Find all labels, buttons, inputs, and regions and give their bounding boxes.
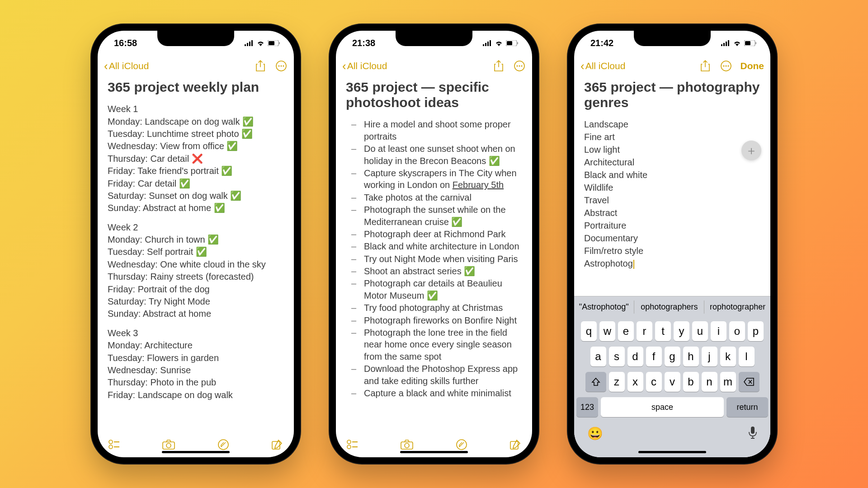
key-shift[interactable] (585, 372, 606, 392)
key-m[interactable]: m (720, 372, 736, 392)
key-x[interactable]: x (627, 372, 643, 392)
key-f[interactable]: f (646, 347, 662, 366)
back-button[interactable]: ‹ All iCloud (342, 59, 387, 73)
home-indicator[interactable] (638, 451, 706, 453)
key-d[interactable]: d (627, 347, 643, 366)
key-g[interactable]: g (665, 347, 680, 366)
svg-rect-24 (507, 41, 512, 45)
key-b[interactable]: b (683, 372, 699, 392)
key-c[interactable]: c (646, 372, 662, 392)
key-r[interactable]: r (637, 321, 652, 341)
camera-icon[interactable] (401, 440, 413, 450)
checklist-icon[interactable] (108, 440, 120, 450)
key-j[interactable]: j (702, 347, 717, 366)
done-button[interactable]: Done (741, 61, 764, 71)
svg-rect-2 (249, 42, 250, 46)
status-time: 21:42 (590, 38, 613, 48)
key-t[interactable]: t (655, 321, 671, 341)
back-button[interactable]: ‹ All iCloud (580, 59, 625, 73)
svg-point-8 (278, 66, 280, 67)
key-w[interactable]: w (599, 321, 615, 341)
key-o[interactable]: o (729, 321, 745, 341)
date-link[interactable]: February 5th (453, 180, 504, 190)
svg-rect-39 (723, 43, 725, 46)
suggestion-3[interactable]: rophotographer (705, 302, 770, 312)
key-y[interactable]: y (674, 321, 689, 341)
idea-item: –Capture skyscrapers in The City when wo… (351, 167, 522, 191)
genre-line: Travel (584, 194, 760, 206)
phone-3: 21:42 ‹ All iCloud Done 365 project — ph… (568, 24, 777, 464)
note-body[interactable]: 365 project — specific photoshoot ideas … (336, 77, 532, 432)
suggestion-2[interactable]: ophotographers (634, 300, 704, 314)
phone-1: 16:58 ‹ All iCloud 365 project (91, 24, 300, 464)
back-label: All iCloud (109, 61, 149, 71)
svg-rect-22 (490, 40, 491, 46)
genre-line: Wildlife (584, 182, 760, 194)
bottom-toolbar (98, 432, 294, 457)
home-indicator[interactable] (162, 451, 230, 453)
svg-point-9 (281, 66, 282, 67)
key-k[interactable]: k (720, 347, 736, 366)
svg-point-29 (521, 66, 523, 67)
key-s[interactable]: s (609, 347, 625, 366)
key-h[interactable]: h (683, 347, 699, 366)
compose-icon[interactable] (509, 439, 521, 450)
back-button[interactable]: ‹ All iCloud (104, 59, 149, 73)
camera-icon[interactable] (162, 440, 175, 450)
week-heading: Week 2 (108, 221, 284, 233)
key-return[interactable]: return (726, 397, 768, 417)
battery-icon (268, 40, 280, 46)
share-icon[interactable] (254, 60, 267, 72)
cellular-icon (721, 40, 730, 46)
bottom-toolbar (336, 432, 532, 457)
more-icon[interactable] (275, 60, 288, 72)
chevron-left-icon: ‹ (342, 59, 346, 73)
compose-icon[interactable] (271, 439, 283, 450)
home-indicator[interactable] (400, 451, 468, 453)
idea-item: –Do at least one sunset shoot when on ho… (351, 143, 522, 167)
genre-line: Low light (584, 144, 760, 156)
nav-bar: ‹ All iCloud (98, 55, 294, 77)
svg-rect-21 (487, 42, 489, 46)
back-label: All iCloud (347, 61, 387, 71)
key-u[interactable]: u (692, 321, 708, 341)
cellular-icon (483, 40, 492, 46)
svg-point-16 (166, 443, 171, 448)
share-icon[interactable] (492, 60, 505, 72)
day-line: Friday: Landscape on dog walk (108, 389, 284, 401)
checklist-icon[interactable] (347, 440, 359, 450)
svg-rect-1 (247, 43, 248, 46)
nav-bar: ‹ All iCloud (336, 55, 532, 77)
mic-icon[interactable] (748, 426, 757, 441)
svg-point-48 (727, 66, 729, 67)
key-a[interactable]: a (590, 347, 606, 366)
svg-rect-20 (485, 43, 486, 46)
key-q[interactable]: q (581, 321, 597, 341)
key-v[interactable]: v (665, 372, 680, 392)
note-body[interactable]: 365 project weekly plan Week 1Monday: La… (98, 77, 294, 432)
note-body[interactable]: 365 project — photography genres Landsca… (574, 77, 770, 296)
emoji-icon[interactable]: 😀 (587, 426, 603, 441)
more-icon[interactable] (720, 60, 732, 72)
more-icon[interactable] (513, 60, 526, 72)
key-n[interactable]: n (702, 372, 717, 392)
markup-icon[interactable] (456, 439, 467, 450)
day-line: Wednesday: One white cloud in the sky (108, 258, 284, 270)
key-space[interactable]: space (601, 397, 724, 417)
key-p[interactable]: p (748, 321, 764, 341)
suggestion-1[interactable]: "Astrophotog" (575, 302, 633, 312)
key-e[interactable]: e (618, 321, 634, 341)
genre-line: Fine art (584, 131, 760, 143)
idea-item: –Try food photography at Christmas (351, 302, 522, 314)
markup-icon[interactable] (217, 439, 229, 450)
key-i[interactable]: i (711, 321, 726, 341)
idea-item: –Download the Photoshop Express app and … (351, 363, 522, 387)
key-l[interactable]: l (739, 347, 755, 366)
share-icon[interactable] (699, 60, 712, 72)
add-fab[interactable]: ＋ (741, 141, 761, 160)
key-backspace[interactable] (739, 372, 760, 392)
nav-bar: ‹ All iCloud Done (574, 55, 770, 77)
key-z[interactable]: z (609, 372, 625, 392)
key-123[interactable]: 123 (576, 397, 598, 417)
status-icons (721, 40, 757, 46)
